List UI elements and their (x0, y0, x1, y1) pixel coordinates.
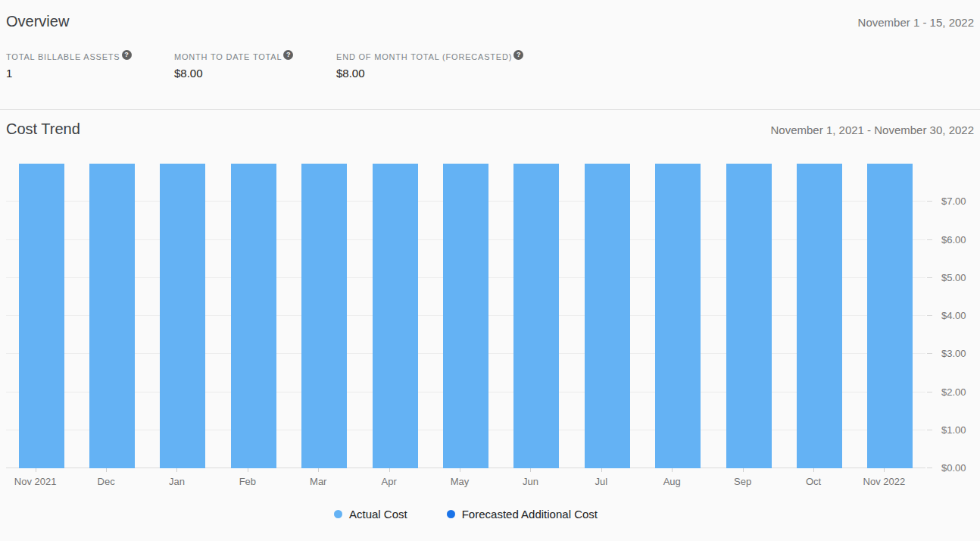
bar-band-jul (572, 164, 642, 468)
y-tick-label: $6.00 (941, 234, 966, 245)
help-icon[interactable]: ? (283, 50, 293, 60)
bar-actual-cost-apr[interactable] (373, 164, 418, 468)
bar-band-aug (643, 164, 713, 468)
x-tick (460, 468, 460, 472)
y-tick-label: $4.00 (941, 310, 966, 321)
stat-month-to-date-total: MONTH TO DATE TOTAL? $8.00 (174, 50, 336, 80)
bar-band-may (430, 164, 501, 468)
x-tick (389, 468, 390, 472)
bar-actual-cost-dec[interactable] (89, 164, 135, 468)
x-label-aug: Aug (637, 468, 707, 488)
bar-actual-cost-oct[interactable] (797, 164, 842, 468)
stat-label-text: MONTH TO DATE TOTAL (174, 52, 282, 61)
bar-stack (867, 164, 913, 468)
x-label-text: Nov 2021 (14, 476, 57, 487)
stat-value: $8.00 (174, 67, 336, 80)
y-tick (927, 430, 932, 430)
bar-stack (89, 164, 135, 468)
x-label-text: Nov 2022 (863, 476, 906, 487)
x-label-text: Oct (806, 476, 821, 487)
stat-end-of-month-total: END OF MONTH TOTAL (FORECASTED)? $8.00 (336, 50, 523, 80)
overview-header: Overview November 1 - 15, 2022 (0, 0, 980, 30)
x-tick (601, 468, 602, 472)
x-label-text: Sep (734, 476, 751, 487)
x-tick (106, 468, 107, 472)
cost-trend-chart: $0.00$1.00$2.00$3.00$4.00$5.00$6.00$7.00 (6, 164, 925, 468)
bar-band-jan (148, 164, 218, 468)
bar-band-nov-2021 (6, 164, 76, 468)
cost-trend-header: Cost Trend November 1, 2021 - November 3… (0, 110, 980, 138)
legend-item-actual-cost[interactable]: Actual Cost (334, 508, 407, 521)
x-tick (884, 468, 885, 472)
help-icon[interactable]: ? (513, 50, 523, 60)
x-label-jan: Jan (142, 468, 212, 488)
y-tick (927, 201, 932, 202)
bar-band-apr (360, 164, 430, 468)
y-tick-label: $0.00 (941, 462, 966, 474)
bar-actual-cost-feb[interactable] (231, 164, 276, 468)
x-label-text: Dec (98, 476, 115, 487)
billing-dashboard: Overview November 1 - 15, 2022 TOTAL BIL… (0, 0, 980, 521)
x-axis: Nov 2021DecJanFebMarAprMayJunJulAugSepOc… (0, 468, 919, 488)
bar-actual-cost-jun[interactable] (513, 164, 559, 468)
y-tick-label: $3.00 (941, 348, 966, 359)
x-tick (36, 468, 36, 472)
y-tick (927, 239, 932, 240)
bar-band-mar (289, 164, 360, 468)
x-label-nov-2022: Nov 2022 (849, 468, 919, 488)
y-tick (927, 468, 932, 468)
y-tick (927, 315, 932, 316)
overview-title: Overview (6, 12, 69, 30)
bar-stack (19, 164, 64, 468)
bar-stack (726, 164, 772, 468)
x-label-text: Apr (382, 476, 397, 487)
help-icon[interactable]: ? (122, 50, 132, 60)
x-label-apr: Apr (354, 468, 424, 488)
bars (6, 164, 925, 468)
overview-stats: TOTAL BILLABLE ASSETS? 1 MONTH TO DATE T… (6, 50, 974, 80)
x-label-feb: Feb (212, 468, 282, 488)
bar-actual-cost-aug[interactable] (655, 164, 701, 468)
x-tick (743, 468, 744, 472)
bar-stack (797, 164, 842, 468)
bar-stack (373, 164, 418, 468)
x-label-may: May (424, 468, 495, 488)
x-tick (248, 468, 248, 472)
stat-label: END OF MONTH TOTAL (FORECASTED)? (336, 50, 523, 62)
cost-trend-title: Cost Trend (6, 120, 80, 138)
cost-trend-date-range: November 1, 2021 - November 30, 2022 (771, 123, 974, 138)
bar-actual-cost-may[interactable] (443, 164, 488, 468)
bar-actual-cost-mar[interactable] (301, 164, 347, 468)
bar-actual-cost-nov-2022[interactable] (867, 164, 913, 468)
bar-stack (443, 164, 488, 468)
bar-stack (301, 164, 347, 468)
bar-band-jun (501, 164, 572, 468)
x-label-text: Feb (239, 476, 256, 487)
x-label-text: Mar (310, 476, 326, 487)
bar-stack (160, 164, 205, 468)
x-label-text: Jan (169, 476, 185, 487)
x-label-text: May (451, 476, 470, 487)
x-label-jul: Jul (566, 468, 636, 488)
legend-label: Actual Cost (349, 508, 407, 521)
x-tick (176, 468, 177, 472)
bar-actual-cost-jan[interactable] (160, 164, 205, 468)
x-label-text: Aug (663, 476, 681, 487)
stat-label: MONTH TO DATE TOTAL? (174, 50, 336, 62)
bar-stack (585, 164, 630, 468)
bar-actual-cost-jul[interactable] (585, 164, 630, 468)
y-tick (927, 277, 932, 278)
y-tick-label: $5.00 (941, 272, 966, 283)
x-label-dec: Dec (70, 468, 141, 488)
x-label-text: Jul (595, 476, 608, 487)
legend-item-forecasted-additional-cost[interactable]: Forecasted Additional Cost (447, 508, 598, 521)
bar-band-oct (784, 164, 854, 468)
x-tick (530, 468, 531, 472)
bar-actual-cost-nov-2021[interactable] (19, 164, 64, 468)
y-tick (927, 353, 932, 354)
x-tick (813, 468, 814, 472)
x-label-oct: Oct (778, 468, 848, 488)
bar-actual-cost-sep[interactable] (726, 164, 772, 468)
bar-band-feb (218, 164, 289, 468)
bar-stack (513, 164, 559, 468)
